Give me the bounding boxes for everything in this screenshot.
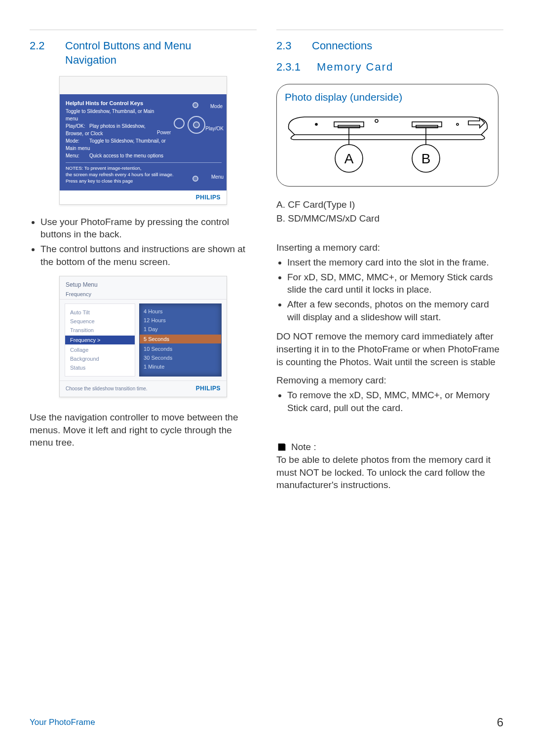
mode-dot-icon [192, 102, 198, 108]
photo-display-underside-icon: A B [285, 109, 491, 173]
list-item: For xD, SD, MMC, MMC+, or Memory Stick c… [287, 271, 503, 296]
section-number: 2.2 [30, 39, 52, 67]
section-heading-2-3: 2.3 Connections [276, 39, 503, 53]
svg-point-4 [315, 123, 317, 125]
underside-diagram: Photo display (underside) [276, 84, 498, 187]
list-item: After a few seconds, photos on the memor… [287, 298, 503, 323]
svg-text:B: B [421, 151, 431, 166]
remove-title: Removing a memory card: [276, 374, 503, 387]
svg-point-6 [457, 123, 458, 125]
nav-controller-text: Use the navigation controller to move be… [30, 411, 257, 449]
svg-point-5 [375, 119, 378, 122]
note-block: Note : To be able to delete photos from … [276, 442, 503, 491]
section-heading-2-2: 2.2 Control Buttons and Menu Navigation [30, 39, 257, 67]
list-item: Insert the memory card into the slot in … [287, 256, 503, 269]
diagram-title: Photo display (underside) [285, 91, 490, 103]
list-item: To remove the xD, SD, MMC, MMC+, or Memo… [287, 389, 503, 414]
note-icon [276, 442, 287, 453]
section-number: 2.3 [276, 39, 299, 53]
power-button-icon [174, 118, 185, 129]
list-a-text: A. CF Card(Type I) [276, 198, 503, 211]
list-item: The control buttons and instructions are… [40, 243, 257, 268]
power-label: Power [157, 129, 171, 136]
ss2-left-list: Auto Tilt Sequence Transition Frequency … [65, 303, 135, 377]
screenshot-control-keys: Helpful Hints for Control Keys Toggle to… [59, 76, 227, 204]
section-title: Connections [312, 39, 372, 53]
svg-text:A: A [344, 151, 354, 166]
list-item: Use your PhotoFrame by pressing the cont… [40, 216, 257, 241]
menu-label: Menu [211, 173, 224, 181]
page-footer: Your PhotoFrame 6 [30, 716, 503, 729]
play-label: Play/OK [205, 125, 224, 132]
philips-logo: PHILIPS [196, 194, 221, 201]
ss2-title: Setup Menu [60, 276, 227, 290]
section-title: Control Buttons and Menu Navigation [65, 39, 213, 67]
philips-logo: PHILIPS [196, 385, 221, 392]
warning-text: DO NOT remove the memory card immediatel… [276, 330, 503, 368]
bullets-control: Use your PhotoFrame by pressing the cont… [30, 216, 257, 268]
left-column: 2.2 Control Buttons and Menu Navigation … [30, 30, 257, 497]
svg-rect-0 [334, 122, 364, 127]
menu-dot-icon [192, 176, 198, 182]
svg-rect-2 [412, 122, 442, 127]
note-text: To be able to delete photos from the mem… [276, 454, 503, 491]
mode-label: Mode [210, 103, 223, 110]
section-title: Memory Card [317, 60, 393, 75]
note-label: Note : [291, 442, 316, 453]
remove-bullets: To remove the xD, SD, MMC, MMC+, or Memo… [276, 389, 503, 414]
insert-title: Inserting a memory card: [276, 241, 503, 254]
control-diagram: Mode Play/OK Menu Power [172, 98, 224, 194]
footer-section-name: Your PhotoFrame [30, 718, 95, 727]
play-pad-icon [188, 116, 205, 134]
ss2-right-list: 4 Hours 12 Hours 1 Day 5 Seconds 10 Seco… [139, 303, 222, 377]
section-heading-2-3-1: 2.3.1 Memory Card [276, 60, 503, 75]
ss2-sub: Frequency [60, 290, 227, 300]
screenshot-setup-menu: Setup Menu Frequency Auto Tilt Sequence … [59, 276, 227, 397]
list-b-text: B. SD/MMC/MS/xD Card [276, 212, 503, 225]
page-number: 6 [497, 716, 503, 729]
section-number: 2.3.1 [276, 60, 304, 75]
insert-bullets: Insert the memory card into the slot in … [276, 256, 503, 323]
ss2-caption: Choose the slideshow transition time. [66, 386, 148, 391]
right-column: 2.3 Connections 2.3.1 Memory Card Photo … [276, 30, 503, 497]
